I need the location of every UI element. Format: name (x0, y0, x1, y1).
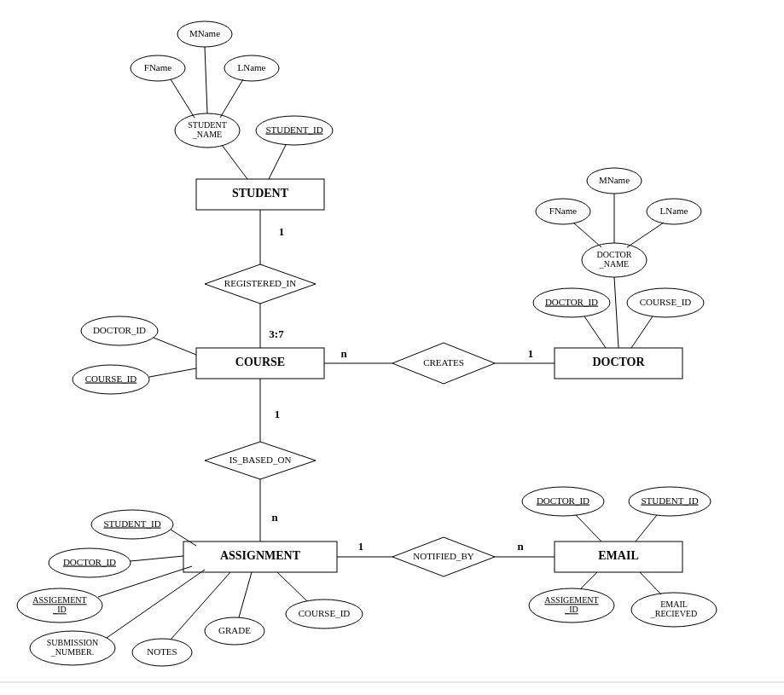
attr-doctor-fname-label: FName (549, 206, 578, 216)
attr-student-lname-label: LName (238, 62, 266, 72)
attr-doctor-mname-label: MName (599, 175, 630, 185)
card-course-creates: n (340, 347, 347, 360)
card-creates-doctor: 1 (528, 347, 534, 360)
conn-assign-grade (239, 572, 252, 617)
attr-email-doctor-id-label: DOCTOR_ID (537, 495, 589, 506)
conn-email-email-received (640, 572, 661, 594)
attr-assign-course-id-label: COURSE_ID (299, 608, 351, 618)
attr-assign-assignment-id-label-1: ASSIGEMENT (32, 595, 86, 605)
attr-assign-assignment-id-label-2: _ID (52, 605, 67, 614)
er-diagram: STUDENT STUDENT _NAME STUDENT_ID FName M… (0, 0, 784, 695)
conn-doctor-fname (573, 223, 601, 247)
attr-student-fname-label: FName (144, 62, 172, 72)
attr-email-student-id-label: STUDENT_ID (641, 495, 698, 506)
rel-notified-by-label: NOTIFIED_BY (413, 551, 474, 561)
attr-assign-student-id-label: STUDENT_ID (103, 518, 160, 529)
card-registered-course: 3:7 (269, 327, 284, 340)
conn-assign-doctor-id (131, 556, 183, 561)
conn-student-lname (220, 79, 243, 118)
attr-doctor-lname-label: LName (660, 206, 688, 216)
conn-student-mname (205, 47, 207, 113)
attr-student-name-label-2: _NAME (192, 130, 222, 139)
entity-course-label: COURSE (235, 356, 285, 368)
card-isbased-assignment: n (271, 511, 278, 524)
attr-assign-submission-number-label-1: SUBMISSION (47, 638, 99, 647)
attr-assign-doctor-id-label: DOCTOR_ID (63, 557, 116, 567)
conn-assign-submission-number (107, 570, 205, 638)
conn-student-name (222, 145, 247, 179)
attr-email-email-received-label-1: EMAIL (660, 599, 688, 609)
attr-assign-grade-label: GRADE (218, 625, 251, 635)
entity-doctor-label: DOCTOR (592, 356, 645, 368)
attr-doctor-course-id-label: COURSE_ID (640, 297, 692, 307)
conn-doctor-course-id (631, 316, 653, 348)
card-course-isbased: 1 (275, 408, 281, 420)
attr-email-assignment-id-label-1: ASSIGEMENT (544, 595, 598, 605)
attr-doctor-name-label-2: _NAME (599, 259, 629, 269)
attr-assign-notes-label: NOTES (147, 646, 177, 657)
attr-student-name-label-1: STUDENT (188, 120, 227, 130)
attr-student-id-label: STUDENT_ID (265, 125, 322, 135)
conn-email-doctor-id (576, 515, 601, 542)
card-notified-email: n (517, 540, 524, 553)
attr-student-mname-label: MName (189, 28, 220, 38)
attr-doctor-id-label: DOCTOR_ID (545, 297, 598, 307)
card-student-registered: 1 (279, 225, 285, 238)
conn-doctor-lname (627, 223, 664, 247)
conn-assign-course-id (277, 572, 307, 601)
conn-student-fname (171, 79, 195, 118)
conn-email-student-id (636, 515, 657, 542)
conn-course-course-id (149, 368, 196, 377)
attr-email-email-received-label-2: _RECIEVED (650, 609, 697, 618)
attr-assign-submission-number-label-2: _NUMBER. (50, 647, 94, 657)
conn-email-assignment-id (580, 572, 597, 589)
conn-doctor-name (614, 277, 618, 348)
attr-email-assignment-id-label-2: _ID (564, 605, 578, 614)
entity-email-label: EMAIL (598, 549, 638, 562)
conn-student-id (269, 145, 286, 179)
attr-course-course-id-label: COURSE_ID (85, 374, 137, 384)
attr-course-doctor-id-label: DOCTOR_ID (93, 325, 146, 335)
attr-doctor-name-label-1: DOCTOR (597, 250, 632, 259)
rel-creates-label: CREATES (423, 357, 464, 368)
entity-student-label: STUDENT (232, 187, 289, 200)
rel-is-based-on-label: IS_BASED_ON (229, 455, 292, 465)
card-assignment-notified: 1 (358, 540, 364, 553)
rel-registered-in-label: REGISTERED_IN (224, 278, 296, 288)
conn-course-doctor-id (154, 338, 196, 355)
entity-assignment-label: ASSIGNMENT (220, 549, 301, 562)
conn-doctor-doctor-id (584, 316, 606, 348)
